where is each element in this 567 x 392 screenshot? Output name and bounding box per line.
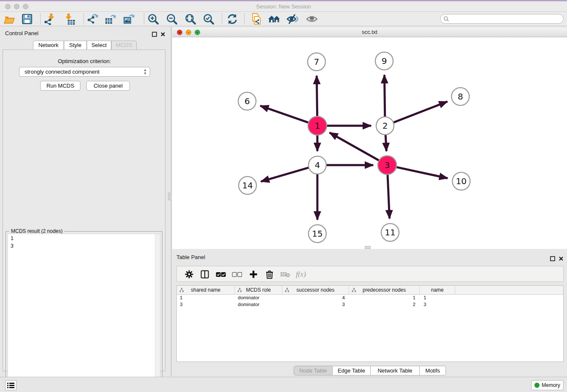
- float-panel-button[interactable]: [152, 31, 157, 39]
- function-builder-button[interactable]: f(x): [295, 269, 306, 279]
- minimize-window-button[interactable]: [14, 4, 19, 9]
- select-all-button[interactable]: [215, 269, 226, 279]
- optimization-criterion-select[interactable]: strongly connected component ▲▼: [19, 67, 150, 77]
- export-network-button[interactable]: [86, 13, 99, 25]
- show-all-button[interactable]: [306, 13, 318, 25]
- import-network-icon: [44, 13, 55, 25]
- export-image-button[interactable]: [123, 13, 135, 25]
- task-history-button[interactable]: [5, 380, 17, 390]
- graph-edge-3-10[interactable]: [389, 166, 448, 178]
- network-canvas[interactable]: 7968124314101511: [172, 37, 567, 249]
- cell-successor-nodes[interactable]: 3: [282, 301, 349, 308]
- mcds-result-textarea[interactable]: 1 3: [8, 234, 160, 389]
- graph-node-11[interactable]: 11: [381, 224, 399, 241]
- cell-shared-name[interactable]: 1: [177, 295, 235, 301]
- zoom-out-button[interactable]: [165, 13, 178, 25]
- graph-node-7[interactable]: 7: [308, 53, 325, 71]
- toggle-columns-button[interactable]: [199, 269, 210, 279]
- graph-node-9[interactable]: 9: [375, 52, 393, 70]
- graph-node-6[interactable]: 6: [238, 92, 256, 110]
- graph-node-14[interactable]: 14: [239, 177, 256, 194]
- memory-status-icon: [534, 383, 539, 388]
- zoom-selected-button[interactable]: [202, 13, 215, 25]
- result-scrollbar[interactable]: [155, 234, 160, 389]
- delete-table-button[interactable]: [280, 269, 291, 279]
- column-header-shared-name[interactable]: shared name: [177, 286, 235, 294]
- close-network-button[interactable]: ✕: [177, 30, 182, 35]
- graph-node-10[interactable]: 10: [452, 172, 470, 190]
- tab-network[interactable]: Network: [33, 41, 64, 50]
- graph-node-4[interactable]: 4: [308, 156, 326, 174]
- column-header-successor-nodes[interactable]: successor nodes: [282, 286, 349, 294]
- table-row[interactable]: 1 dominator 4 1 1: [177, 295, 563, 301]
- tab-edge-table[interactable]: Edge Table: [333, 366, 371, 375]
- home-button[interactable]: [268, 13, 281, 25]
- zoom-fit-button[interactable]: [184, 13, 197, 25]
- open-folder-icon: [3, 13, 15, 25]
- graph-edge-2-8[interactable]: [387, 102, 448, 125]
- graph-edge-4-14[interactable]: [261, 166, 316, 182]
- memory-button[interactable]: Memory: [531, 380, 564, 390]
- import-table-button[interactable]: [63, 13, 76, 25]
- app-title: Session: New Session: [0, 1, 567, 12]
- tab-select[interactable]: Select: [87, 41, 111, 50]
- tab-network-table[interactable]: Network Table: [371, 366, 420, 375]
- import-network-button[interactable]: [43, 13, 56, 25]
- vertical-splitter[interactable]: [171, 27, 171, 376]
- duplicate-network-button[interactable]: [250, 13, 262, 25]
- close-table-panel-button[interactable]: [559, 255, 564, 263]
- minimize-network-button[interactable]: −: [186, 30, 191, 35]
- table-row[interactable]: 3 dominator 3 2 3: [177, 301, 563, 308]
- search-input[interactable]: [451, 16, 563, 22]
- graph-node-15[interactable]: 15: [308, 225, 326, 243]
- tab-node-table[interactable]: Node Table: [294, 366, 333, 375]
- cell-name[interactable]: 3: [420, 301, 455, 308]
- close-panel-button-mcds[interactable]: Close panel: [86, 81, 130, 91]
- float-table-panel-button[interactable]: [550, 255, 555, 263]
- delete-button[interactable]: [264, 269, 275, 279]
- graph-node-1[interactable]: 1: [308, 116, 327, 135]
- cell-predecessor-nodes[interactable]: 2: [349, 301, 420, 308]
- column-header-mcds-role[interactable]: MCDS role: [235, 286, 282, 294]
- network-view-window: ✕ − + scc.txt 7968124314101511: [172, 28, 567, 249]
- hide-selected-button[interactable]: [286, 13, 299, 25]
- search-field[interactable]: [440, 14, 564, 24]
- refresh-button[interactable]: [226, 13, 239, 25]
- cell-mcds-role[interactable]: dominator: [235, 295, 282, 301]
- graph-edge-1-6[interactable]: [260, 106, 316, 125]
- cell-successor-nodes[interactable]: 4: [282, 295, 349, 301]
- export-table-button[interactable]: [104, 13, 117, 25]
- export-image-icon: [123, 13, 135, 25]
- horizontal-splitter-handle[interactable]: [365, 246, 371, 249]
- table-settings-button[interactable]: [184, 269, 195, 279]
- run-mcds-button[interactable]: Run MCDS: [40, 81, 80, 91]
- node-label: 11: [385, 227, 395, 237]
- cell-name[interactable]: 1: [420, 295, 455, 301]
- maximize-network-button[interactable]: +: [195, 30, 200, 35]
- cell-mcds-role[interactable]: dominator: [235, 301, 282, 308]
- table-panel-title: Table Panel: [176, 254, 205, 260]
- open-session-button[interactable]: [3, 13, 16, 25]
- close-panel-button[interactable]: [160, 31, 165, 39]
- graph-node-2[interactable]: 2: [376, 117, 394, 135]
- cell-predecessor-nodes[interactable]: 1: [349, 295, 420, 301]
- graph-node-3[interactable]: 3: [378, 156, 396, 174]
- save-session-button[interactable]: [21, 13, 33, 25]
- close-window-button[interactable]: [5, 4, 11, 9]
- column-header-name[interactable]: name: [420, 286, 455, 294]
- deselect-all-button[interactable]: [231, 269, 242, 279]
- network-window-titlebar[interactable]: ✕ − + scc.txt: [172, 28, 567, 37]
- splitter-handle[interactable]: [168, 193, 171, 200]
- zoom-in-button[interactable]: [147, 13, 160, 25]
- unchecked-boxes-icon: [232, 272, 242, 277]
- graph-node-8[interactable]: 8: [451, 88, 469, 105]
- graph-edge-3-1[interactable]: [330, 133, 386, 164]
- cell-shared-name[interactable]: 3: [177, 301, 235, 308]
- tab-style[interactable]: Style: [64, 41, 87, 50]
- maximize-window-button[interactable]: [23, 4, 28, 9]
- add-button[interactable]: [248, 269, 259, 279]
- column-header-predecessor-nodes[interactable]: predecessor nodes: [349, 286, 420, 294]
- tab-motifs[interactable]: Motifs: [420, 366, 446, 375]
- export-network-icon: [87, 13, 99, 25]
- tab-mcds[interactable]: MCDS: [111, 41, 137, 50]
